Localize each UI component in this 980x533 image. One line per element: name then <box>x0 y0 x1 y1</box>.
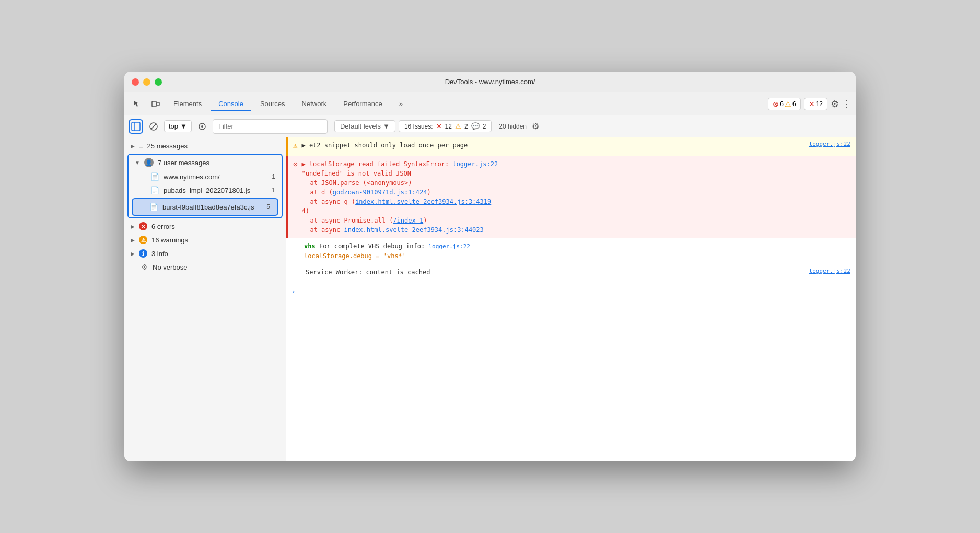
count-badge: 1 <box>272 187 275 194</box>
error-icon: ⊗ <box>773 100 779 108</box>
service-source-link[interactable]: logger.js:22 <box>809 268 850 274</box>
tab-more[interactable]: » <box>392 97 410 111</box>
log-entry-service: Service Worker: content is cached logger… <box>286 264 856 283</box>
tab-elements[interactable]: Elements <box>166 97 209 111</box>
sidebar-item-label: www.nytimes.com/ <box>164 173 220 181</box>
issues-bar[interactable]: 16 Issues: ✕ 12 ⚠ 2 💬 2 <box>399 120 492 132</box>
sidebar-item-label: burst-f9baff81bad8ea7efa3c.js <box>162 203 254 211</box>
dropdown-arrow-icon: ▼ <box>180 122 187 130</box>
svg-line-5 <box>151 124 156 129</box>
window-title: DevTools - www.nytimes.com/ <box>445 78 535 86</box>
close-button[interactable] <box>132 78 139 86</box>
tab-performance[interactable]: Performance <box>336 97 389 111</box>
traffic-lights <box>132 78 162 86</box>
count-badge: 5 <box>266 203 270 211</box>
index-1-link[interactable]: /index 1 <box>393 217 423 224</box>
filter-input[interactable] <box>213 119 328 134</box>
sidebar-item-errors[interactable]: ▶ ✕ 6 errors <box>124 219 286 233</box>
sidebar-item-label: 16 warnings <box>151 236 188 244</box>
console-prompt[interactable]: › <box>286 283 856 299</box>
log-message-vhs: vhs For complete VHS debug info: logger.… <box>304 241 850 261</box>
sidebar-item-label: 6 errors <box>151 223 175 230</box>
sidebar-item-label: pubads_impl_2022071801.js <box>164 187 250 194</box>
svg-rect-0 <box>152 101 156 107</box>
verbose-icon: ⚙ <box>140 263 148 271</box>
issues-info-icon: 💬 <box>471 122 480 130</box>
warning-icon: ⚠ <box>785 100 791 108</box>
log-entry-warning: ⚠ ▶ et2 snippet should only load once pe… <box>286 137 856 156</box>
log-entry-error: ⊗ ▶ localStorage read failed SyntaxError… <box>286 156 856 238</box>
log-source-link[interactable]: logger.js:22 <box>809 141 850 147</box>
live-expressions-button[interactable] <box>195 119 209 134</box>
user-messages-icon: 👤 <box>144 158 154 167</box>
more-options-icon[interactable]: ⋮ <box>842 98 851 110</box>
error-icon: ✕ <box>139 222 147 230</box>
sidebar-item-warnings[interactable]: ▶ ⚠ 16 warnings <box>124 233 286 247</box>
index-svelte-link-2[interactable]: index.html.svelte-2eef3934.js:3:44023 <box>344 226 483 234</box>
vhs-code: localStorage.debug = 'vhs*' <box>304 252 406 260</box>
index-svelte-link-1[interactable]: index.html.svelte-2eef3934.js:3:4319 <box>355 198 491 205</box>
file-icon: 📄 <box>150 172 159 181</box>
default-levels-button[interactable]: Default levels ▼ <box>334 120 395 132</box>
tabs-bar: Elements Console Sources Network Perform… <box>124 92 856 115</box>
tab-network[interactable]: Network <box>295 97 334 111</box>
sidebar-item-label: No verbose <box>153 263 187 271</box>
tabs-right: ⊗ 6 ⚠ 6 ✕ 12 ⚙ ⋮ <box>768 98 851 110</box>
error-warning-badge[interactable]: ⊗ 6 ⚠ 6 <box>768 98 800 110</box>
sidebar-item-info[interactable]: ▶ ℹ 3 info <box>124 247 286 260</box>
clear-console-button[interactable] <box>146 119 161 134</box>
info-icon: ℹ <box>139 249 147 258</box>
sidebar-item-burst[interactable]: 📄 burst-f9baff81bad8ea7efa3c.js 5 <box>134 200 276 214</box>
svg-rect-2 <box>132 122 140 131</box>
minimize-button[interactable] <box>143 78 150 86</box>
inspect-icon[interactable] <box>129 96 145 112</box>
warning-icon: ⚠ <box>139 236 147 244</box>
issues-count: 12 <box>816 100 823 108</box>
console-toolbar: top ▼ Default levels ▼ 16 Issues: ✕ 12 ⚠… <box>124 115 856 137</box>
device-toolbar-icon[interactable] <box>147 96 164 112</box>
maximize-button[interactable] <box>155 78 162 86</box>
error-count: 6 <box>780 100 784 108</box>
log-message-text: ▶ et2 snippet should only load once per … <box>301 141 804 150</box>
sidebar-item-all-messages[interactable]: ▶ ≡ 25 messages <box>124 140 286 153</box>
sidebar-item-verbose[interactable]: ⚙ No verbose <box>124 260 286 274</box>
console-settings-icon[interactable]: ⚙ <box>532 121 539 131</box>
warning-log-icon: ⚠ <box>293 141 297 149</box>
issues-err-icon: ✕ <box>436 122 442 130</box>
warning-count: 6 <box>792 100 796 108</box>
settings-icon[interactable]: ⚙ <box>831 98 839 110</box>
issues-icon: ✕ <box>809 100 815 108</box>
sidebar-item-nytimes[interactable]: 📄 www.nytimes.com/ 1 <box>129 170 282 183</box>
godzown-link[interactable]: godzown-9010971d.js:1:424 <box>333 189 427 196</box>
expanded-arrow-icon: ▼ <box>135 160 140 166</box>
logger-link-1[interactable]: logger.js:22 <box>452 160 498 168</box>
main-content: ▶ ≡ 25 messages ▼ 👤 7 user messages 📄 ww… <box>124 137 856 461</box>
context-selector[interactable]: top ▼ <box>164 120 192 132</box>
levels-label: Default levels <box>340 122 381 130</box>
devtools-window: DevTools - www.nytimes.com/ Elements Con… <box>124 72 856 461</box>
collapse-arrow-icon: ▶ <box>131 224 135 229</box>
console-sidebar: ▶ ≡ 25 messages ▼ 👤 7 user messages 📄 ww… <box>124 137 286 461</box>
collapse-arrow-icon: ▶ <box>131 237 135 243</box>
tab-sources[interactable]: Sources <box>253 97 293 111</box>
sidebar-item-label: 3 info <box>151 250 168 258</box>
sidebar-item-user-messages[interactable]: ▼ 👤 7 user messages <box>129 155 282 170</box>
hidden-count: 20 hidden <box>499 123 527 130</box>
collapse-arrow-icon: ▶ <box>131 143 135 149</box>
sidebar-item-pubads[interactable]: 📄 pubads_impl_2022071801.js 1 <box>129 183 282 197</box>
sidebar-toggle-button[interactable] <box>129 119 143 134</box>
issues-bar-label: 16 Issues: <box>404 123 433 130</box>
tab-console[interactable]: Console <box>211 97 251 111</box>
svg-point-7 <box>201 125 203 128</box>
file-icon: 📄 <box>149 203 158 211</box>
error-log-icon: ⊗ <box>293 160 297 168</box>
log-entry-vhs: vhs For complete VHS debug info: logger.… <box>286 238 856 264</box>
list-icon: ≡ <box>139 142 143 150</box>
log-message-service: Service Worker: content is cached <box>306 268 805 277</box>
vhs-source-link[interactable]: logger.js:22 <box>428 243 470 250</box>
levels-arrow-icon: ▼ <box>383 122 390 130</box>
issues-badge[interactable]: ✕ 12 <box>804 98 827 110</box>
titlebar: DevTools - www.nytimes.com/ <box>124 72 856 92</box>
issues-msg-count: 2 <box>483 123 486 130</box>
context-label: top <box>169 122 178 130</box>
